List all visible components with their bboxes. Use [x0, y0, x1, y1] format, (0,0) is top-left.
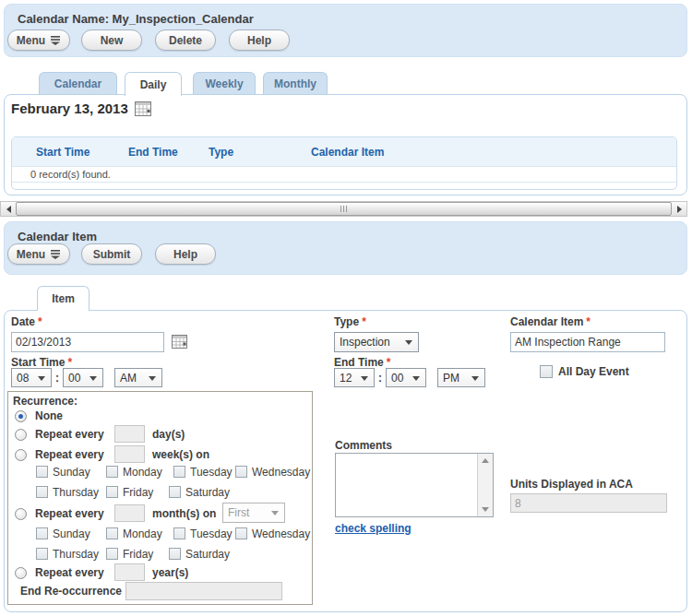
scroll-up-icon — [482, 458, 489, 463]
week-wednesday-checkbox[interactable] — [235, 466, 247, 478]
week-sunday-label: Sunday — [53, 466, 90, 479]
repeat-day-radio[interactable] — [15, 429, 27, 441]
recurrence-none-radio[interactable] — [15, 410, 27, 422]
type-select[interactable]: Inspection — [334, 332, 419, 352]
all-day-event-checkbox[interactable] — [540, 365, 553, 378]
scrollbar-thumb[interactable] — [16, 202, 672, 216]
daily-events-table: Start Time End Time Type Calendar Item 0… — [11, 136, 677, 190]
item-help-button-label: Help — [173, 248, 197, 261]
month-thursday-label: Thursday — [53, 548, 99, 561]
calendar-icon[interactable] — [135, 101, 151, 116]
month-friday-label: Friday — [123, 548, 153, 561]
col-start-time: Start Time — [12, 146, 128, 159]
end-time-label: End Time* — [334, 356, 390, 369]
col-end-time: End Time — [128, 146, 209, 159]
month-saturday-checkbox[interactable] — [169, 548, 181, 560]
month-tuesday-checkbox[interactable] — [173, 527, 185, 539]
units-label: Units Displayed in ACA — [510, 478, 633, 491]
week-thursday-label: Thursday — [53, 486, 99, 499]
tab-monthly-label: Monthly — [274, 77, 316, 90]
item-menu-button-label: Menu — [17, 248, 45, 261]
repeat-week-radio[interactable] — [15, 449, 27, 461]
week-tuesday-label: Tuesday — [190, 466, 233, 479]
year-count-input[interactable] — [114, 563, 145, 581]
scroll-right-button[interactable] — [672, 202, 686, 216]
scroll-down-icon — [482, 507, 489, 512]
scroll-left-button[interactable] — [1, 202, 16, 216]
start-meridiem-select[interactable]: AM — [114, 368, 162, 387]
col-calendar-item: Calendar Item — [311, 146, 676, 159]
week-tuesday-checkbox[interactable] — [173, 466, 185, 478]
tab-monthly[interactable]: Monthly — [263, 72, 328, 94]
month-monday-checkbox[interactable] — [106, 527, 118, 539]
item-help-button[interactable]: Help — [155, 243, 216, 265]
time-separator: : — [55, 372, 59, 385]
end-minute-select[interactable]: 00 — [386, 368, 426, 387]
start-hour-select[interactable]: 08 — [11, 368, 52, 387]
textarea-scrollbar[interactable] — [477, 454, 493, 516]
recurrence-legend: Recurrence: — [13, 395, 78, 408]
week-monday-checkbox[interactable] — [106, 466, 118, 478]
repeat-week-prefix: Repeat every — [35, 448, 104, 461]
repeat-month-radio[interactable] — [15, 508, 27, 520]
week-wednesday-label: Wednesday — [252, 466, 310, 479]
end-reoccurrence-input[interactable] — [125, 582, 282, 600]
comments-label: Comments — [335, 439, 392, 452]
calendar-admin-page: Calendar Name: My_Inspection_Calendar Me… — [0, 0, 692, 616]
tab-item[interactable]: Item — [37, 286, 89, 311]
week-friday-checkbox[interactable] — [106, 486, 118, 498]
week-thursday-checkbox[interactable] — [36, 486, 48, 498]
day-suffix-label: day(s) — [152, 428, 185, 441]
menu-dropdown-icon — [50, 36, 61, 45]
delete-button-label: Delete — [169, 34, 202, 47]
date-input[interactable] — [11, 332, 164, 352]
week-saturday-checkbox[interactable] — [169, 486, 181, 498]
day-count-input[interactable] — [114, 425, 145, 443]
recurrence-none-label: None — [35, 409, 63, 422]
horizontal-scrollbar[interactable] — [0, 201, 687, 217]
submit-button[interactable]: Submit — [81, 243, 142, 265]
menu-button-label: Menu — [17, 34, 45, 47]
item-menu-button[interactable]: Menu — [7, 243, 70, 265]
date-picker-icon[interactable] — [172, 335, 187, 349]
month-monday-label: Monday — [123, 527, 162, 540]
submit-button-label: Submit — [93, 248, 131, 261]
menu-button[interactable]: Menu — [7, 30, 70, 51]
tab-weekly[interactable]: Weekly — [193, 72, 256, 94]
end-meridiem-select[interactable]: PM — [437, 368, 485, 387]
all-day-event-label: All Day Event — [558, 365, 629, 378]
week-monday-label: Monday — [123, 466, 162, 479]
table-footer-row — [12, 182, 676, 189]
check-spelling-link[interactable]: check spelling — [335, 522, 412, 535]
month-count-input[interactable] — [114, 504, 145, 522]
menu-dropdown-icon — [50, 250, 61, 259]
month-wednesday-checkbox[interactable] — [235, 527, 247, 539]
week-saturday-label: Saturday — [185, 486, 230, 499]
month-wednesday-label: Wednesday — [252, 527, 310, 540]
daily-table-header-row: Start Time End Time Type Calendar Item — [12, 137, 676, 166]
month-thursday-checkbox[interactable] — [36, 548, 48, 560]
empty-records-row: 0 record(s) found. — [12, 166, 676, 182]
calendar-item-input[interactable] — [510, 332, 665, 352]
end-hour-select[interactable]: 12 — [334, 368, 375, 387]
repeat-year-radio[interactable] — [15, 567, 27, 579]
time-separator: : — [378, 372, 382, 385]
month-ordinal-select[interactable]: First — [222, 503, 285, 523]
help-button-label: Help — [247, 34, 271, 47]
units-input[interactable] — [510, 493, 667, 513]
comments-textarea[interactable] — [335, 453, 494, 517]
delete-button[interactable]: Delete — [155, 30, 216, 51]
start-minute-select[interactable]: 00 — [63, 368, 103, 387]
month-sunday-checkbox[interactable] — [36, 527, 48, 539]
calendar-item-title: Calendar Item — [18, 230, 97, 243]
month-friday-checkbox[interactable] — [106, 548, 118, 560]
repeat-day-prefix: Repeat every — [35, 428, 104, 441]
new-button[interactable]: New — [81, 30, 142, 51]
tab-daily[interactable]: Daily — [125, 72, 182, 96]
tab-calendar[interactable]: Calendar — [39, 72, 117, 94]
help-button[interactable]: Help — [229, 30, 290, 51]
week-count-input[interactable] — [114, 445, 145, 463]
repeat-month-prefix: Repeat every — [35, 507, 104, 520]
tab-weekly-label: Weekly — [205, 77, 243, 90]
week-sunday-checkbox[interactable] — [36, 466, 48, 478]
